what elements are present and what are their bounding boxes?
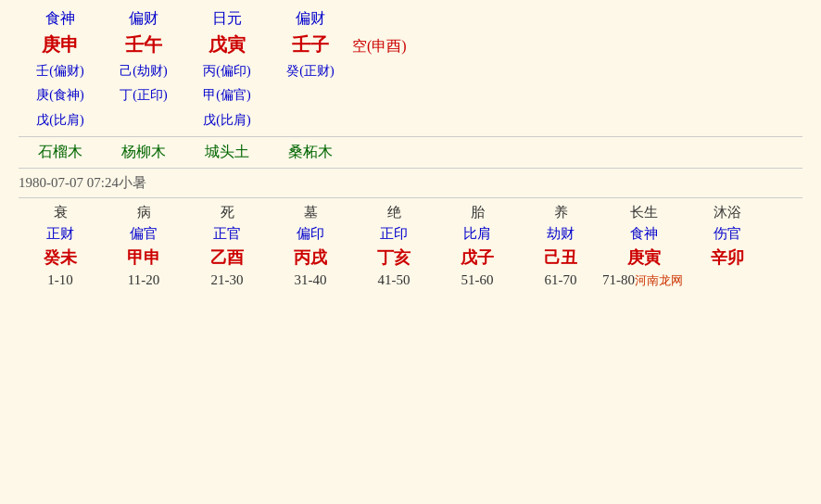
ten-gods-row: 食神 偏财 日元 偏财 xyxy=(19,9,802,29)
luck-range-7: 61-70 xyxy=(519,272,602,288)
life-stage-6: 胎 xyxy=(436,204,519,221)
ten-god-1: 食神 xyxy=(19,9,102,29)
divider-3 xyxy=(19,197,802,198)
luck-tengod-5: 正印 xyxy=(352,225,436,243)
date-row: 1980-07-07 07:24小暑 xyxy=(19,174,802,192)
luck-tengod-4: 偏印 xyxy=(269,225,352,243)
luck-range-8: 71-80河南龙网 xyxy=(602,272,686,289)
luck-tengod-6: 比肩 xyxy=(436,225,519,243)
wuxing-4: 桑柘木 xyxy=(269,143,352,162)
luck-range-8-text: 71-80 xyxy=(602,272,635,288)
luck-stem-2: 甲申 xyxy=(102,246,185,269)
hidden-stems-row-1: 壬(偏财) 己(劫财) 丙(偏印) 癸(正财) xyxy=(19,61,802,82)
wuxing-3: 城头土 xyxy=(185,143,269,162)
hidden-2-1: 庚(食神) xyxy=(19,85,102,106)
life-stage-9: 沐浴 xyxy=(686,204,769,221)
luck-tengod-9: 伤官 xyxy=(686,225,769,243)
life-stage-7: 养 xyxy=(519,204,602,221)
luck-stem-1: 癸未 xyxy=(19,246,102,269)
luck-tengod-7: 劫财 xyxy=(519,225,602,243)
hidden-1-3: 丙(偏印) xyxy=(185,61,269,82)
hidden-1-2: 己(劫财) xyxy=(102,61,185,82)
luck-stem-8: 庚寅 xyxy=(602,246,686,269)
luck-stem-5: 丁亥 xyxy=(352,246,436,269)
stem-1: 庚申 xyxy=(19,32,102,57)
luck-stem-9: 辛卯 xyxy=(686,246,769,269)
stem-2: 壬午 xyxy=(102,32,185,57)
luck-range-1: 1-10 xyxy=(19,272,102,288)
hidden-3-1: 戊(比肩) xyxy=(19,110,102,131)
luck-stem-3: 乙酉 xyxy=(185,246,269,269)
ten-god-2: 偏财 xyxy=(102,9,185,29)
divider-2 xyxy=(19,168,802,169)
luck-stem-6: 戊子 xyxy=(436,246,519,269)
luck-range-row: 1-10 11-20 21-30 31-40 41-50 51-60 61-70… xyxy=(19,272,802,289)
stems-row: 庚申 壬午 戊寅 壬子 空(申酉) xyxy=(19,32,802,57)
luck-stem-4: 丙戌 xyxy=(269,246,352,269)
luck-ten-gods-row: 正财 偏官 正官 偏印 正印 比肩 劫财 食神 伤官 xyxy=(19,225,802,243)
luck-range-3: 21-30 xyxy=(185,272,269,288)
luck-tengod-1: 正财 xyxy=(19,225,102,243)
wuxing-row: 石榴木 杨柳木 城头土 桑柘木 xyxy=(19,143,802,162)
life-stage-3: 死 xyxy=(185,204,269,221)
life-stage-1: 衰 xyxy=(19,204,102,221)
wuxing-1: 石榴木 xyxy=(19,143,102,162)
luck-tengod-2: 偏官 xyxy=(102,225,185,243)
life-stage-2: 病 xyxy=(102,204,185,221)
kong-label: 空(申酉) xyxy=(352,37,407,57)
hidden-2-2: 丁(正印) xyxy=(102,85,185,106)
hidden-3-3: 戊(比肩) xyxy=(185,110,269,131)
watermark: 河南龙网 xyxy=(635,272,683,289)
hidden-1-1: 壬(偏财) xyxy=(19,61,102,82)
stem-3: 戊寅 xyxy=(185,32,269,57)
luck-range-5: 41-50 xyxy=(352,272,436,288)
stem-4: 壬子 xyxy=(269,32,352,57)
hidden-stems-row-3: 戊(比肩) 戊(比肩) xyxy=(19,110,802,131)
luck-range-2: 11-20 xyxy=(102,272,185,288)
ten-god-4: 偏财 xyxy=(269,9,352,29)
luck-tengod-8: 食神 xyxy=(602,225,686,243)
hidden-2-3: 甲(偏官) xyxy=(185,85,269,106)
luck-tengod-3: 正官 xyxy=(185,225,269,243)
luck-range-4: 31-40 xyxy=(269,272,352,288)
date-label: 1980-07-07 07:24小暑 xyxy=(19,175,146,190)
divider-1 xyxy=(19,136,802,137)
wuxing-2: 杨柳木 xyxy=(102,143,185,162)
hidden-stems-row-2: 庚(食神) 丁(正印) 甲(偏官) xyxy=(19,85,802,106)
luck-stems-row: 癸未 甲申 乙酉 丙戌 丁亥 戊子 己丑 庚寅 辛卯 xyxy=(19,246,802,269)
luck-stem-7: 己丑 xyxy=(519,246,602,269)
life-stage-5: 绝 xyxy=(352,204,436,221)
ten-god-3: 日元 xyxy=(185,9,269,29)
hidden-1-4: 癸(正财) xyxy=(269,61,352,82)
life-stage-8: 长生 xyxy=(602,204,686,221)
luck-range-6: 51-60 xyxy=(436,272,519,288)
luck-life-stages-row: 衰 病 死 墓 绝 胎 养 长生 沐浴 xyxy=(19,204,802,221)
life-stage-4: 墓 xyxy=(269,204,352,221)
